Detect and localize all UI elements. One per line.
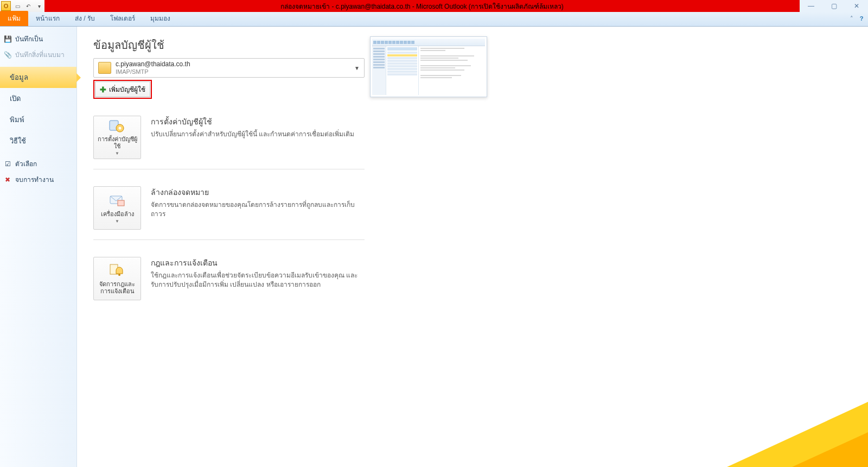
- sidebar-item-label: พิมพ์: [10, 114, 24, 125]
- account-protocol: IMAP/SMTP: [116, 68, 190, 75]
- svg-rect-4: [118, 200, 124, 206]
- maximize-button[interactable]: ▢: [822, 0, 845, 12]
- sidebar-info[interactable]: ข้อมูล: [0, 67, 76, 88]
- mailbox-thumbnail: [370, 36, 487, 97]
- sidebar-open[interactable]: เปิด: [0, 88, 76, 109]
- tab-file[interactable]: แฟ้ม: [0, 11, 28, 26]
- svg-point-2: [119, 127, 122, 130]
- section-title: การตั้งค่าบัญชีผู้ใช้: [151, 116, 365, 128]
- add-account-button[interactable]: ✚ เพิ่มบัญชีผู้ใช้: [95, 81, 150, 97]
- sidebar-item-label: ตัวเลือก: [15, 159, 37, 169]
- chevron-down-icon[interactable]: ▼: [354, 65, 360, 71]
- add-account-highlight: ✚ เพิ่มบัญชีผู้ใช้: [93, 80, 152, 99]
- title-bar: O ▭ ↶ ▾ กล่องจดหมายเข้า - c.piyawan@thai…: [0, 0, 868, 12]
- tab-send-receive[interactable]: ส่ง / รับ: [67, 11, 103, 26]
- sidebar-item-label: เปิด: [10, 93, 21, 104]
- rules-alerts-button[interactable]: จัดการกฎและการแจ้งเตือน: [93, 257, 141, 300]
- preview-pane: [370, 36, 487, 467]
- page-title: ข้อมูลบัญชีผู้ใช้: [93, 36, 365, 54]
- backstage-view: 💾 บันทึกเป็น 📎 บันทึกสิ่งที่แนบมา ข้อมูล…: [0, 27, 868, 467]
- backstage-content: ข้อมูลบัญชีผู้ใช้ c.piyawan@thaidata.co.…: [77, 27, 868, 467]
- qat-button[interactable]: ▭: [12, 0, 23, 12]
- window-title: กล่องจดหมายเข้า - c.piyawan@thaidata.co.…: [280, 1, 564, 11]
- account-settings-button[interactable]: การตั้งค่าบัญชีผู้ใช้ ▼: [93, 116, 141, 159]
- sidebar-options[interactable]: ☑ ตัวเลือก: [0, 156, 76, 172]
- rules-icon: [108, 262, 126, 279]
- sidebar-item-label: บันทึกเป็น: [15, 34, 43, 44]
- qat-dropdown-icon[interactable]: ▾: [34, 0, 44, 12]
- section-desc: ใช้กฎและการแจ้งเตือนเพื่อช่วยจัดระเบียบข…: [151, 271, 365, 290]
- backstage-sidebar: 💾 บันทึกเป็น 📎 บันทึกสิ่งที่แนบมา ข้อมูล…: [0, 27, 77, 467]
- tab-view[interactable]: มุมมอง: [143, 11, 178, 26]
- section-desc: จัดการขนาดกล่องจดหมายของคุณโดยการล้างราย…: [151, 200, 365, 219]
- account-settings-icon: [108, 118, 126, 134]
- sidebar-item-label: จบการทำงาน: [15, 174, 54, 185]
- ribbon-tabs: แฟ้ม หน้าแรก ส่ง / รับ โฟลเดอร์ มุมมอง ˄…: [0, 12, 868, 27]
- exit-icon: ✖: [3, 175, 12, 184]
- save-icon: 💾: [3, 35, 12, 43]
- help-icon[interactable]: ?: [857, 14, 866, 23]
- dropdown-arrow-icon: ▼: [115, 151, 119, 156]
- quick-access-toolbar: O ▭ ↶ ▾: [0, 0, 44, 12]
- cleanup-tools-button[interactable]: เครื่องมือล้าง ▼: [93, 186, 141, 230]
- sidebar-item-label: ข้อมูล: [10, 72, 28, 83]
- account-selector[interactable]: c.piyawan@thaidata.co.th IMAP/SMTP ▼: [93, 58, 365, 78]
- sidebar-exit[interactable]: ✖ จบการทำงาน: [0, 172, 76, 187]
- dropdown-arrow-icon: ▼: [115, 219, 119, 224]
- attachment-icon: 📎: [3, 51, 12, 59]
- undo-icon[interactable]: ↶: [23, 0, 34, 12]
- button-label: การตั้งค่าบัญชีผู้ใช้: [96, 136, 138, 150]
- sidebar-help[interactable]: วิธีใช้: [0, 130, 76, 152]
- minimize-ribbon-icon[interactable]: ˄: [847, 14, 856, 23]
- tab-folder[interactable]: โฟลเดอร์: [103, 11, 143, 26]
- svg-point-6: [118, 274, 120, 276]
- minimize-button[interactable]: —: [800, 0, 822, 12]
- section-title: ล้างกล่องจดหมาย: [151, 186, 365, 198]
- close-button[interactable]: ✕: [845, 0, 868, 12]
- tab-home[interactable]: หน้าแรก: [28, 11, 67, 26]
- section-title: กฎและการแจ้งเตือน: [151, 257, 365, 269]
- add-account-label: เพิ่มบัญชีผู้ใช้: [109, 84, 145, 94]
- corner-decoration-inner: [792, 432, 868, 467]
- cleanup-icon: [108, 192, 126, 209]
- sidebar-save-attachments: 📎 บันทึกสิ่งที่แนบมา: [0, 47, 76, 62]
- options-icon: ☑: [3, 160, 12, 168]
- sidebar-item-label: บันทึกสิ่งที่แนบมา: [15, 49, 65, 60]
- sidebar-print[interactable]: พิมพ์: [0, 109, 76, 130]
- account-email: c.piyawan@thaidata.co.th: [116, 61, 190, 68]
- sidebar-item-label: วิธีใช้: [10, 135, 26, 147]
- window-controls: — ▢ ✕: [800, 0, 868, 12]
- title-banner: กล่องจดหมายเข้า - c.piyawan@thaidata.co.…: [44, 0, 800, 12]
- button-label: จัดการกฎและการแจ้งเตือน: [96, 281, 138, 295]
- outlook-logo-icon: O: [1, 1, 11, 11]
- folder-icon: [98, 62, 111, 74]
- plus-icon: ✚: [100, 85, 106, 94]
- button-label: เครื่องมือล้าง: [101, 211, 134, 218]
- sidebar-save-as[interactable]: 💾 บันทึกเป็น: [0, 31, 76, 47]
- section-desc: ปรับเปลี่ยนการตั้งค่าสำหรับบัญชีผู้ใช้นี…: [151, 130, 365, 139]
